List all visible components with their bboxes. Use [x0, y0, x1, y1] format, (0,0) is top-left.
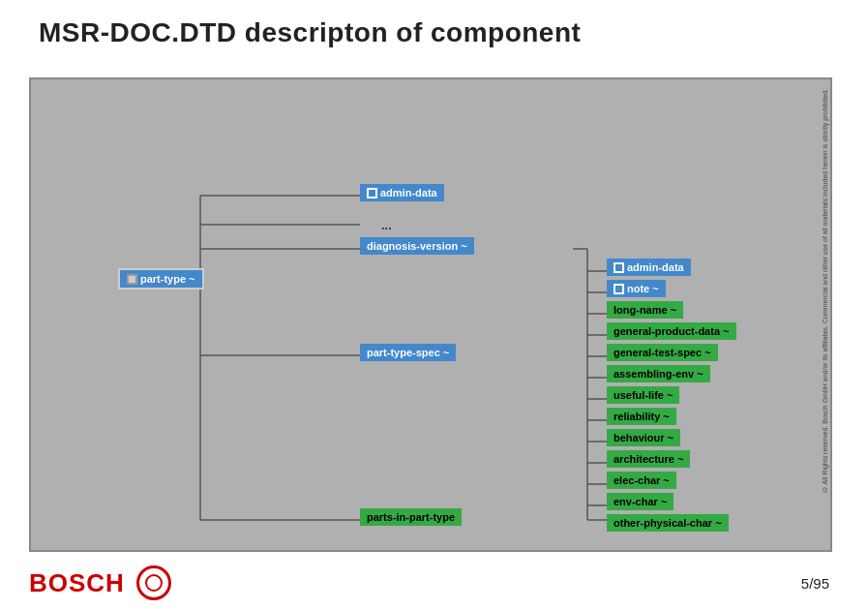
node-env-char: env-char ~	[607, 493, 673, 510]
node-parts-in-part-type: parts-in-part-type	[360, 508, 462, 526]
node-part-type: part-type ~	[118, 268, 204, 290]
diagram-area: admin-data ... diagnosis-version ~ part-…	[29, 77, 832, 552]
node-note: note ~	[607, 280, 666, 297]
page-number: 5/95	[801, 575, 829, 592]
node-part-type-spec: part-type-spec ~	[360, 344, 456, 361]
node-diagnosis-version: diagnosis-version ~	[360, 237, 474, 255]
footer: BOSCH 5/95	[0, 565, 868, 600]
node-reliability: reliability ~	[607, 408, 676, 425]
node-behaviour: behaviour ~	[607, 429, 680, 446]
copyright-text: © All Rights reserved. Bosch GmbH and/or…	[822, 89, 828, 493]
sq-icon	[367, 188, 377, 198]
node-admin-data-top: admin-data	[360, 184, 444, 201]
node-long-name: long-name ~	[607, 301, 683, 319]
node-other-physical-char: other-physical-char ~	[607, 514, 729, 532]
node-general-product-data: general-product-data ~	[607, 322, 736, 340]
node-dots: ...	[374, 215, 399, 235]
node-admin-data-right: admin-data	[607, 259, 691, 276]
bosch-emblem-inner	[145, 574, 163, 592]
connector-lines	[31, 79, 830, 550]
node-useful-life: useful-life ~	[607, 386, 679, 404]
node-general-test-spec: general-test-spec ~	[607, 344, 718, 361]
bosch-logo: BOSCH	[29, 568, 125, 598]
node-elec-char: elec-char ~	[607, 472, 676, 489]
node-assembling-env: assembling-env ~	[607, 365, 710, 382]
bosch-emblem	[136, 565, 171, 600]
sq-icon-admin-right	[614, 262, 624, 273]
page-title: MSR-DOC.DTD descripton of component	[39, 17, 581, 48]
sq-icon-note	[614, 284, 624, 294]
node-architecture: architecture ~	[607, 450, 690, 468]
sq-icon-part-type	[127, 274, 137, 285]
